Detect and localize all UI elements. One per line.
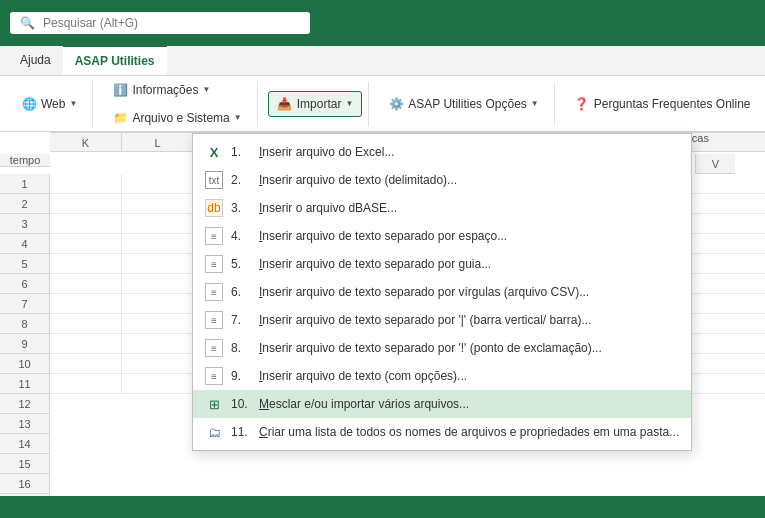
row-header-7: 7 — [0, 294, 50, 314]
cell[interactable] — [50, 334, 122, 354]
tab-asap-utilities[interactable]: ASAP Utilities — [63, 45, 167, 75]
row-header-15: 15 — [0, 454, 50, 474]
item-num-3: 3. — [231, 201, 251, 215]
row-header-9: 9 — [0, 334, 50, 354]
import-group: 📥 Importar ▼ — [262, 82, 370, 126]
cell[interactable] — [122, 194, 194, 214]
list-item[interactable]: txt 2. Inserir arquivo de texto (delimit… — [193, 166, 691, 194]
tempo-label: tempo — [0, 154, 50, 167]
web-chevron-icon: ▼ — [69, 99, 77, 108]
excl-icon: ≡ — [205, 339, 223, 357]
list-item[interactable]: ≡ 5. Inserir arquivo de texto separado p… — [193, 250, 691, 278]
list-item[interactable]: ⊞ 10. Mesclar e/ou importar vários arqui… — [193, 390, 691, 418]
tab-icon: ≡ — [205, 255, 223, 273]
row-header-14: 14 — [0, 434, 50, 454]
cell[interactable] — [122, 214, 194, 234]
gear-icon: ⚙️ — [388, 96, 404, 112]
cell[interactable] — [50, 314, 122, 334]
arquivo-sistema-button[interactable]: 📁 Arquivo e Sistema ▼ — [103, 105, 250, 131]
item-label-5: Inserir arquivo de texto separado por gu… — [259, 257, 491, 271]
importar-button[interactable]: 📥 Importar ▼ — [268, 91, 363, 117]
item-label-3: Inserir o arquivo dBASE... — [259, 201, 397, 215]
asap-options-button[interactable]: ⚙️ ASAP Utilities Opções ▼ — [379, 91, 547, 117]
asap-options-label: ASAP Utilities Opções — [408, 97, 527, 111]
list-item[interactable]: ≡ 7. Inserir arquivo de texto separado p… — [193, 306, 691, 334]
web-group: 🌐 Web ▼ — [6, 82, 93, 126]
folder-list-icon: 🗂 — [205, 423, 223, 441]
cell[interactable] — [50, 294, 122, 314]
informacoes-button[interactable]: ℹ️ Informações ▼ — [103, 77, 250, 103]
question-icon: ❓ — [574, 96, 590, 112]
item-label-9: Inserir arquivo de texto (com opções)... — [259, 369, 467, 383]
row-header-12: 12 — [0, 394, 50, 414]
cell[interactable] — [50, 354, 122, 374]
cell[interactable] — [50, 374, 122, 394]
item-num-1: 1. — [231, 145, 251, 159]
search-input[interactable] — [43, 16, 300, 30]
faq-group: ❓ Perguntas Frequentes Online — [559, 82, 765, 126]
faq-button[interactable]: ❓ Perguntas Frequentes Online — [565, 91, 760, 117]
cell[interactable] — [122, 354, 194, 374]
item-label-7: Inserir arquivo de texto separado por '|… — [259, 313, 592, 327]
cell[interactable] — [122, 174, 194, 194]
cell[interactable] — [50, 234, 122, 254]
cell[interactable] — [50, 254, 122, 274]
informacoes-label: Informações — [132, 83, 198, 97]
row-header-10: 10 — [0, 354, 50, 374]
csv-icon: ≡ — [205, 283, 223, 301]
list-item[interactable]: ≡ 8. Inserir arquivo de texto separado p… — [193, 334, 691, 362]
cell[interactable] — [50, 274, 122, 294]
row-header-11: 11 — [0, 374, 50, 394]
col-header-v: V — [695, 154, 735, 174]
row-header-3: 3 — [0, 214, 50, 234]
web-button[interactable]: 🌐 Web ▼ — [12, 91, 86, 117]
search-icon: 🔍 — [20, 16, 35, 30]
item-num-2: 2. — [231, 173, 251, 187]
cell[interactable] — [122, 374, 194, 394]
web-icon: 🌐 — [21, 96, 37, 112]
list-item[interactable]: X 1. Inserir arquivo do Excel... — [193, 138, 691, 166]
row-headers: 1 2 3 4 5 6 7 8 9 10 11 12 13 14 15 16 1… — [0, 174, 50, 496]
db-icon: db — [205, 199, 223, 217]
options-icon: ≡ — [205, 367, 223, 385]
cell[interactable] — [122, 314, 194, 334]
cell[interactable] — [122, 294, 194, 314]
cell[interactable] — [122, 254, 194, 274]
list-item[interactable]: ≡ 6. Inserir arquivo de texto separado p… — [193, 278, 691, 306]
options-chevron-icon: ▼ — [531, 99, 539, 108]
list-item[interactable]: ≡ 4. Inserir arquivo de texto separado p… — [193, 222, 691, 250]
pipe-icon: ≡ — [205, 311, 223, 329]
status-bar — [0, 496, 765, 518]
col-header-k: K — [50, 133, 122, 151]
cell[interactable] — [50, 214, 122, 234]
cell[interactable] — [50, 194, 122, 214]
item-num-8: 8. — [231, 341, 251, 355]
info-group: ℹ️ Informações ▼ 📁 Arquivo e Sistema ▼ — [97, 82, 257, 126]
options-group: ⚙️ ASAP Utilities Opções ▼ — [373, 82, 554, 126]
row-header-8: 8 — [0, 314, 50, 334]
search-box[interactable]: 🔍 — [10, 12, 310, 34]
importar-icon: 📥 — [277, 96, 293, 112]
ribbon-toolbar: 🌐 Web ▼ ℹ️ Informações ▼ 📁 Arquivo e Sis… — [0, 76, 765, 132]
col-header-l: L — [122, 133, 194, 151]
arquivo-chevron-icon: ▼ — [234, 113, 242, 122]
item-num-4: 4. — [231, 229, 251, 243]
importar-chevron-icon: ▼ — [345, 99, 353, 108]
item-label-8: Inserir arquivo de texto separado por '!… — [259, 341, 602, 355]
tab-ajuda[interactable]: Ajuda — [8, 45, 63, 75]
cell[interactable] — [122, 274, 194, 294]
cell[interactable] — [122, 334, 194, 354]
item-num-9: 9. — [231, 369, 251, 383]
list-item[interactable]: ≡ 9. Inserir arquivo de texto (com opçõe… — [193, 362, 691, 390]
item-label-2: Inserir arquivo de texto (delimitado)... — [259, 173, 457, 187]
item-num-10: 10. — [231, 397, 251, 411]
arquivo-label: Arquivo e Sistema — [132, 111, 229, 125]
cell[interactable] — [122, 234, 194, 254]
excel-icon: X — [205, 143, 223, 161]
row-header-6: 6 — [0, 274, 50, 294]
item-num-7: 7. — [231, 313, 251, 327]
item-num-5: 5. — [231, 257, 251, 271]
cell[interactable] — [50, 174, 122, 194]
list-item[interactable]: 🗂 11. Criar uma lista de todos os nomes … — [193, 418, 691, 446]
list-item[interactable]: db 3. Inserir o arquivo dBASE... — [193, 194, 691, 222]
